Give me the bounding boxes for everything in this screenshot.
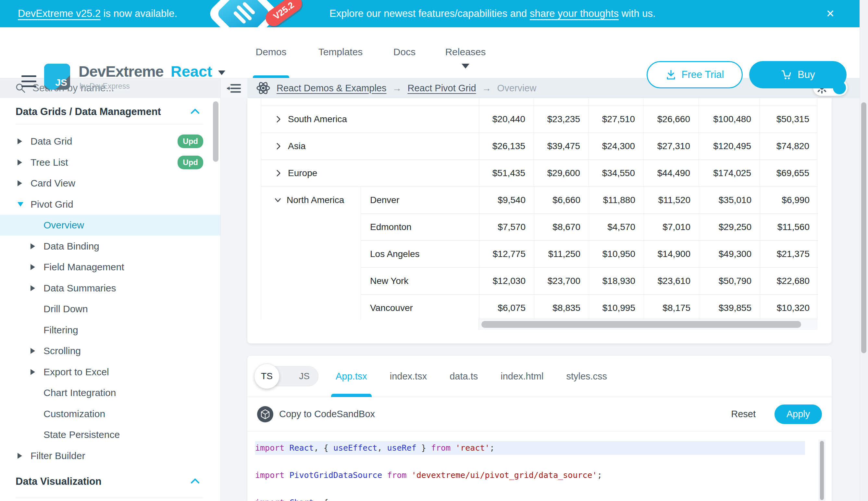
pivot-city-label[interactable]: New York xyxy=(361,268,479,294)
pivot-value-cell[interactable]: $24,300 xyxy=(589,133,644,160)
nav-item-docs[interactable]: Docs xyxy=(392,42,417,62)
pivot-value-cell[interactable]: $26,660 xyxy=(644,106,699,132)
language-toggle[interactable]: TS JS xyxy=(256,366,318,386)
pivot-value-cell[interactable]: $69,655 xyxy=(760,160,818,186)
nav-item-demos[interactable]: Demos xyxy=(253,42,289,62)
pivot-value-cell[interactable]: $20,440 xyxy=(479,106,534,132)
brand-row[interactable]: DevExtreme React xyxy=(79,62,225,80)
pivot-value-cell[interactable]: $23,235 xyxy=(534,106,589,132)
expand-collapsed-icon[interactable] xyxy=(31,285,44,291)
copy-to-codesandbox-label[interactable]: Copy to CodeSandBox xyxy=(279,409,375,419)
tab-styles-css[interactable]: styles.css xyxy=(566,356,607,397)
pivot-value-cell[interactable]: $6,990 xyxy=(760,187,818,213)
framework-name[interactable]: React xyxy=(171,62,212,80)
pivot-value-cell[interactable]: $39,855 xyxy=(699,295,760,321)
pivot-value-cell[interactable]: $35,010 xyxy=(699,187,760,213)
pivot-value-cell[interactable]: $23,700 xyxy=(534,268,589,294)
codesandbox-icon[interactable] xyxy=(257,406,273,422)
pivot-value-cell[interactable]: $12,030 xyxy=(479,268,534,294)
pivot-value-cell[interactable] xyxy=(479,98,534,106)
chevron-right-icon[interactable] xyxy=(274,142,283,150)
pivot-city-label[interactable]: Vancouver xyxy=(361,295,479,321)
breadcrumb-react-pivot-grid[interactable]: React Pivot Grid xyxy=(407,83,476,94)
chevron-down-icon[interactable] xyxy=(218,71,225,75)
pivot-value-cell[interactable]: $6,660 xyxy=(534,187,589,213)
expand-collapsed-icon[interactable] xyxy=(18,453,31,459)
chevron-down-icon[interactable] xyxy=(274,196,282,204)
pivot-value-cell[interactable]: $10,995 xyxy=(589,295,644,321)
pivot-value-cell[interactable]: $10,320 xyxy=(760,295,818,321)
expand-collapsed-icon[interactable] xyxy=(18,138,31,144)
reset-button[interactable]: Reset xyxy=(731,409,756,419)
tab-data-ts[interactable]: data.ts xyxy=(450,356,478,397)
pivot-value-cell[interactable]: $4,570 xyxy=(589,214,644,241)
sidebar-item-pivot-grid[interactable]: Pivot Grid xyxy=(0,194,220,215)
sidebar-item-data-binding[interactable]: Data Binding xyxy=(0,236,220,257)
pivot-value-cell[interactable] xyxy=(534,98,589,106)
sidebar-item-card-view[interactable]: Card View xyxy=(0,173,220,194)
pivot-value-cell[interactable]: $50,315 xyxy=(760,106,818,132)
pivot-value-cell[interactable]: $29,600 xyxy=(534,160,589,186)
collapse-sidebar-icon[interactable] xyxy=(227,83,242,95)
pivot-value-cell[interactable]: $8,835 xyxy=(534,295,589,321)
pivot-city-label[interactable]: Los Angeles xyxy=(361,241,479,267)
sidebar-item-filter-builder[interactable]: Filter Builder xyxy=(0,446,220,466)
expand-expanded-icon[interactable] xyxy=(18,202,31,207)
pivot-value-cell[interactable]: $12,775 xyxy=(479,241,534,267)
pivot-value-cell[interactable]: $11,560 xyxy=(760,214,818,241)
pivot-value-cell[interactable]: $8,670 xyxy=(534,214,589,241)
sidebar-item-data-summaries[interactable]: Data Summaries xyxy=(0,278,220,299)
breadcrumb-react-demos-examples[interactable]: React Demos & Examples xyxy=(277,83,386,94)
sidebar-item-export-to-excel[interactable]: Export to Excel xyxy=(0,362,220,382)
pivot-value-cell[interactable]: $50,790 xyxy=(699,268,760,294)
sidebar-item-scrolling[interactable]: Scrolling xyxy=(0,341,220,361)
sidebar-item-filtering[interactable]: Filtering xyxy=(0,320,220,341)
pivot-value-cell[interactable]: $6,075 xyxy=(479,295,534,321)
chevron-right-icon[interactable] xyxy=(274,115,283,124)
chevron-right-icon[interactable] xyxy=(274,169,283,178)
pivot-value-cell[interactable]: $23,610 xyxy=(644,268,699,294)
pivot-value-cell[interactable]: $74,820 xyxy=(760,133,818,160)
pivot-value-cell[interactable]: $27,510 xyxy=(589,106,644,132)
banner-version-link[interactable]: DevExtreme v25.2 xyxy=(18,8,101,20)
devextreme-js-logo[interactable]: JS xyxy=(44,64,70,90)
sidebar-scrollbar[interactable] xyxy=(213,102,218,162)
pivot-value-cell[interactable] xyxy=(644,98,699,106)
pivot-value-cell[interactable]: $18,930 xyxy=(589,268,644,294)
apply-button[interactable]: Apply xyxy=(774,405,822,424)
language-toggle-knob-ts[interactable]: TS xyxy=(254,364,279,389)
section-title-data-visualization[interactable]: Data Visualization xyxy=(15,475,102,488)
pivot-value-cell[interactable]: $39,475 xyxy=(534,133,589,160)
pivot-value-cell[interactable]: $9,540 xyxy=(479,187,534,213)
pivot-row-header[interactable]: Europe xyxy=(261,160,479,186)
sidebar-item-drill-down[interactable]: Drill Down xyxy=(0,299,220,319)
pivot-value-cell[interactable] xyxy=(589,98,644,106)
pivot-row-header[interactable]: South America xyxy=(261,106,479,132)
pivot-value-cell[interactable]: $7,010 xyxy=(644,214,699,241)
pivot-value-cell[interactable]: $29,250 xyxy=(699,214,760,241)
pivot-value-cell[interactable]: $120,495 xyxy=(699,133,760,160)
sidebar-item-state-persistence[interactable]: State Persistence xyxy=(0,424,220,445)
tab-index-html[interactable]: index.html xyxy=(501,356,543,397)
pivot-value-cell[interactable]: $7,570 xyxy=(479,214,534,241)
pivot-value-cell[interactable]: $34,550 xyxy=(589,160,644,186)
sidebar-item-tree-list[interactable]: Tree ListUpd xyxy=(0,152,220,173)
pivot-value-cell[interactable]: $22,680 xyxy=(760,268,818,294)
pivot-value-cell[interactable]: $11,880 xyxy=(589,187,644,213)
chevron-up-icon[interactable] xyxy=(190,478,200,486)
expand-collapsed-icon[interactable] xyxy=(31,264,44,270)
pivot-value-cell[interactable]: $49,300 xyxy=(699,241,760,267)
pivot-value-cell[interactable]: $14,900 xyxy=(644,241,699,267)
pivot-row-header[interactable]: Asia xyxy=(261,133,479,160)
chevron-up-icon[interactable] xyxy=(190,108,200,116)
pivot-value-cell[interactable]: $51,435 xyxy=(479,160,534,186)
nav-item-templates[interactable]: Templates xyxy=(313,42,368,62)
expand-collapsed-icon[interactable] xyxy=(31,369,44,375)
pivot-value-cell[interactable]: $26,135 xyxy=(479,133,534,160)
sidebar-item-data-grid[interactable]: Data GridUpd xyxy=(0,131,220,152)
buy-button[interactable]: Buy xyxy=(749,61,847,88)
share-thoughts-link[interactable]: share your thoughts xyxy=(530,8,619,20)
pivot-value-cell[interactable] xyxy=(760,98,818,106)
pivot-city-label[interactable]: Edmonton xyxy=(361,214,479,241)
pivot-value-cell[interactable]: $11,250 xyxy=(534,241,589,267)
